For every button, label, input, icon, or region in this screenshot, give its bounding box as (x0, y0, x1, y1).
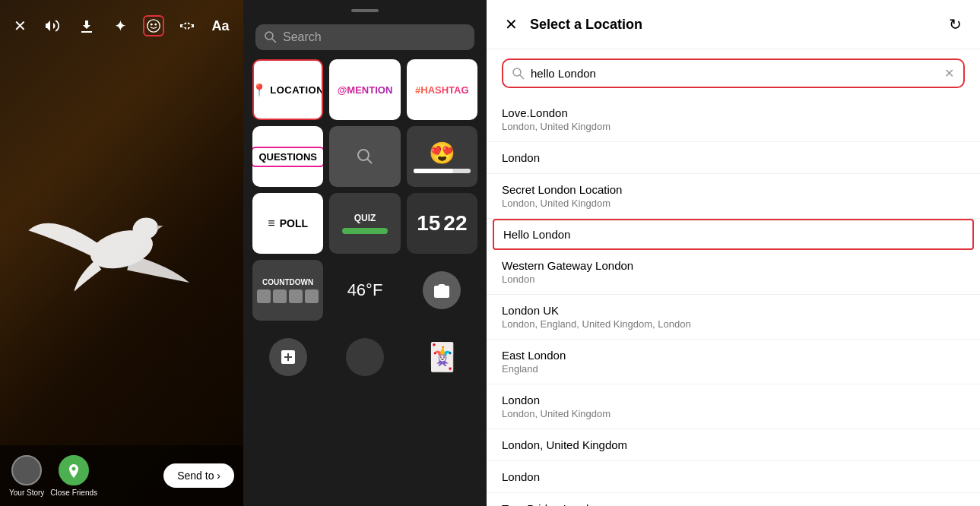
search-input[interactable] (283, 30, 465, 44)
svg-point-6 (154, 24, 157, 26)
sticker-header (243, 0, 487, 21)
countdown-boxes (257, 289, 319, 303)
location-result-item[interactable]: East London England (487, 340, 980, 384)
flip-icon[interactable] (176, 15, 198, 36)
volume-icon[interactable] (43, 15, 64, 36)
camera-icon[interactable] (423, 271, 461, 309)
location-result-item[interactable]: Western Gateway London London (487, 250, 980, 295)
location-result-name: London UK (502, 304, 965, 317)
svg-point-11 (513, 68, 521, 76)
sticker-search-box[interactable] (329, 126, 400, 187)
location-result-name: London (502, 470, 965, 483)
sticker-questions[interactable]: QUESTIONS (252, 126, 323, 187)
location-pin-icon: 📍 (252, 83, 267, 97)
location-result-name: Love.London (502, 106, 965, 119)
sticker-poll[interactable]: ≡ POLL (252, 193, 323, 254)
location-result-sub: London, United Kingdom (502, 198, 965, 209)
location-result-item[interactable]: London (487, 142, 980, 174)
location-result-item-highlighted[interactable]: Hello London (493, 219, 974, 250)
location-result-name: Western Gateway London (502, 259, 965, 272)
circle-icon (346, 338, 384, 376)
add-icon[interactable] (269, 338, 307, 376)
poll-sticker-label: POLL (280, 217, 308, 229)
location-result-name: Tour Bridge London (502, 502, 965, 506)
dove-image-left (0, 0, 243, 506)
quiz-sticker-label: QUIZ (354, 213, 376, 223)
location-result-item[interactable]: Secret London Location London, United Ki… (487, 174, 980, 219)
sticker-countdown[interactable]: COUNTDOWN (252, 260, 323, 321)
location-search-icon (512, 68, 525, 80)
location-result-name: London, United Kingdom (502, 438, 965, 451)
sticker-joker[interactable]: 🃏 (407, 327, 477, 387)
location-result-sub: London, England, United Kingdom, London (502, 318, 965, 330)
your-story-btn-left[interactable]: Your Story (9, 455, 44, 497)
location-result-name: London (502, 394, 965, 406)
sticker-mention[interactable]: @MENTION (329, 59, 400, 120)
countdown-sticker-label: COUNTDOWN (262, 278, 313, 286)
sticker-location[interactable]: 📍 LOCATION (252, 59, 323, 120)
location-clear-btn[interactable]: ✕ (944, 66, 954, 81)
your-story-label-left: Your Story (9, 489, 44, 497)
sticker-hashtag[interactable]: #HASHTAG (407, 59, 477, 120)
sticker-panel: 📍 LOCATION @MENTION #HASHTAG QUESTIONS (243, 0, 487, 506)
location-result-item[interactable]: London London, United Kingdom (487, 384, 980, 429)
quiz-progress-bar (342, 228, 388, 234)
svg-point-4 (147, 20, 160, 32)
location-result-name: London (502, 151, 965, 164)
sticker-temperature[interactable]: 46°F (329, 260, 400, 321)
left-bottom-bar: Your Story Close Friends Send to › (0, 445, 243, 506)
location-result-sub: London, United Kingdom (502, 408, 965, 419)
sticker-emoji-slider[interactable]: 😍 (407, 126, 477, 187)
sticker-quiz[interactable]: QUIZ (329, 193, 400, 254)
location-result-item[interactable]: London UK London, England, United Kingdo… (487, 295, 980, 340)
svg-point-5 (151, 24, 153, 26)
sticker-icon[interactable] (143, 15, 164, 36)
location-result-sub: London (502, 274, 965, 285)
svg-point-9 (358, 150, 369, 160)
location-result-name: East London (502, 349, 965, 362)
left-phone-panel: ✕ ✦ Aa (0, 0, 243, 506)
location-sticker-label: LOCATION (270, 84, 323, 96)
location-close-btn[interactable]: ✕ (502, 12, 521, 36)
joker-emoji: 🃏 (425, 341, 459, 373)
number-15: 15 (417, 211, 440, 236)
sticker-grid: 📍 LOCATION @MENTION #HASHTAG QUESTIONS (243, 59, 487, 387)
hashtag-sticker-label: #HASHTAG (415, 84, 469, 96)
sticker-circle[interactable] (329, 327, 400, 387)
location-result-item[interactable]: London (487, 461, 980, 493)
poll-icon: ≡ (268, 217, 274, 230)
search-sticker-icon (357, 148, 373, 165)
close-friends-btn-left[interactable]: Close Friends (50, 455, 97, 497)
your-story-avatar-left (11, 455, 42, 485)
close-friends-avatar-left (59, 455, 89, 485)
location-header: ✕ Select a Location ↻ (487, 0, 980, 49)
search-bar-container (255, 24, 474, 50)
location-result-item[interactable]: Tour Bridge London (487, 493, 980, 506)
download-icon[interactable] (76, 15, 97, 36)
mention-sticker-label: @MENTION (338, 84, 393, 96)
send-to-btn-left[interactable]: Send to › (163, 463, 234, 488)
sticker-camera[interactable] (407, 260, 477, 321)
location-results-list: Love.London London, United Kingdom Londo… (487, 97, 980, 506)
location-result-name: Hello London (503, 228, 963, 241)
left-top-toolbar: ✕ ✦ Aa (0, 0, 243, 43)
send-to-label-left: Send to › (177, 470, 220, 482)
location-search-input[interactable] (531, 67, 938, 80)
location-search-bar: ✕ (502, 59, 965, 88)
text-icon[interactable]: Aa (210, 15, 231, 36)
emoji-icon: 😍 (429, 141, 455, 166)
sparkle-icon[interactable]: ✦ (109, 15, 131, 36)
svg-point-7 (265, 32, 273, 40)
close-icon[interactable]: ✕ (9, 15, 30, 36)
sticker-numbers[interactable]: 15 22 (407, 193, 477, 254)
svg-line-10 (367, 159, 372, 163)
location-result-item[interactable]: London, United Kingdom (487, 429, 980, 461)
number-22: 22 (443, 211, 467, 236)
temperature-label: 46°F (347, 280, 383, 300)
location-refresh-btn[interactable]: ↻ (946, 12, 965, 36)
drag-handle[interactable] (351, 9, 379, 12)
location-result-item[interactable]: Love.London London, United Kingdom (487, 97, 980, 142)
location-result-name: Secret London Location (502, 183, 965, 196)
sticker-add-media[interactable] (252, 327, 323, 387)
location-panel-title: Select a Location (530, 17, 937, 33)
